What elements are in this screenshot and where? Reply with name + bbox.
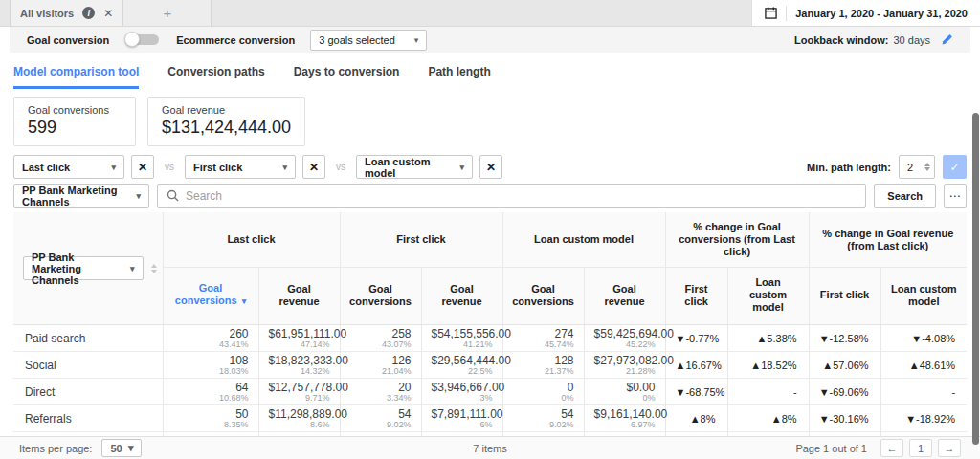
apply-button[interactable]: ✓: [943, 155, 967, 179]
change-cell: ▼-30.16%: [809, 405, 880, 432]
more-options-button[interactable]: ⋯: [944, 184, 967, 208]
chevron-down-icon: ▾: [136, 191, 141, 201]
tab-conversion-paths[interactable]: Conversion paths: [167, 65, 264, 89]
model-select-3[interactable]: Loan custom model ▾: [356, 155, 473, 179]
search-box[interactable]: [157, 184, 866, 208]
metric-cell: $0.000%: [584, 379, 665, 405]
chevron-down-icon: ▾: [130, 264, 135, 273]
toggle-knob: [124, 32, 140, 47]
page-size-dropdown[interactable]: 50 ▾: [101, 439, 142, 457]
close-icon[interactable]: ✕: [103, 7, 113, 20]
vs-label: vs: [165, 162, 174, 172]
column-header[interactable]: Goal revenue: [258, 268, 340, 325]
min-path-length-label: Min. path length:: [807, 162, 891, 173]
search-input[interactable]: [186, 189, 857, 203]
metric-cell: $27,973,082.0021.28%: [584, 352, 665, 379]
table-dimension-dropdown[interactable]: PP Bank Marketing Channels ▾: [23, 256, 144, 280]
channel-name: Paid search: [13, 325, 163, 352]
column-header[interactable]: First click: [809, 268, 880, 325]
metric-cell: 00%: [502, 379, 584, 405]
metric-cell: $7,891,111.006%: [421, 405, 502, 432]
change-cell: ▲18.52%: [727, 352, 809, 379]
table-footer: Items per page: 50 ▾ 7 items Page 1 out …: [0, 436, 980, 459]
min-path-length-stepper[interactable]: [899, 155, 935, 179]
tab-model-comparison-tool[interactable]: Model comparison tool: [13, 65, 139, 89]
search-button[interactable]: Search: [874, 184, 936, 208]
column-group-header: First click: [340, 212, 502, 268]
current-page-number: 1: [918, 443, 924, 454]
chevron-down-icon: ▾: [282, 163, 287, 172]
page-size-value: 50: [110, 443, 122, 454]
model-comparison-table: PP Bank Marketing Channels ▾ Last clickF…: [13, 212, 967, 459]
goal-revenue-card: Goal revenue $131,424,444.00: [147, 97, 305, 146]
tab-days-to-conversion[interactable]: Days to conversion: [294, 65, 400, 89]
sort-icon[interactable]: [151, 264, 157, 273]
metric-cell: 549.02%: [502, 405, 584, 432]
column-header[interactable]: Goal conversions: [340, 268, 421, 325]
min-path-length-input[interactable]: [907, 162, 921, 173]
info-icon[interactable]: i: [82, 7, 95, 19]
tab-path-length[interactable]: Path length: [428, 65, 490, 89]
card-value: 599: [28, 118, 122, 138]
edit-pencil-icon[interactable]: [941, 33, 953, 46]
table-row: Social10818.03%$18,823,333.0014.32%12621…: [13, 352, 967, 379]
items-count: 7 items: [473, 443, 506, 454]
goals-selected-value: 3 goals selected: [319, 34, 395, 46]
table-row: Referrals508.35%$11,298,889.008.6%549.02…: [13, 405, 967, 432]
change-cell: ▲5.38%: [727, 325, 809, 352]
metric-cell: 27445.74%: [502, 325, 584, 352]
vertical-scrollbar[interactable]: [972, 113, 979, 445]
metric-cell: 508.35%: [163, 405, 258, 432]
model-select-2[interactable]: First click ▾: [185, 155, 296, 179]
browser-tab-strip: All visitors i ✕ + January 1, 2020 - Jan…: [0, 0, 980, 27]
filter-row: PP Bank Marketing Channels ▾ Search ⋯: [13, 184, 967, 208]
metric-cell: 25843.07%: [340, 325, 421, 352]
arrow-left-icon: ←: [887, 443, 898, 454]
column-header[interactable]: Loan custom model: [880, 268, 967, 325]
goals-selected-dropdown[interactable]: 3 goals selected ▾: [310, 30, 427, 51]
change-cell: ▲16.67%: [665, 352, 727, 379]
ecommerce-conversion-label: Ecommerce conversion: [176, 34, 295, 46]
column-header[interactable]: Loan custom model: [727, 268, 809, 325]
column-header[interactable]: First click: [665, 268, 727, 325]
model-select-1-value: Last click: [22, 162, 70, 173]
column-header[interactable]: Goal conversions▾: [163, 268, 258, 325]
segment-tab-label: All visitors: [20, 8, 74, 19]
segment-tab[interactable]: All visitors i ✕: [10, 0, 123, 26]
model-select-1[interactable]: Last click ▾: [13, 155, 124, 179]
date-range-picker[interactable]: January 1, 2020 - January 31, 2020: [751, 0, 980, 26]
dimension-dropdown[interactable]: PP Bank Marketing Channels ▾: [13, 184, 149, 208]
previous-page-button[interactable]: ←: [880, 439, 903, 457]
metric-cell: $29,564,444.0022.5%: [421, 352, 502, 379]
divider: [786, 6, 787, 21]
conversion-type-toggle[interactable]: [126, 34, 159, 45]
column-header[interactable]: Goal revenue: [421, 268, 502, 325]
vs-label: vs: [336, 162, 345, 172]
check-icon: ✓: [949, 161, 959, 174]
chevron-down-icon: ▾: [459, 163, 464, 172]
remove-model-3-button[interactable]: ✕: [479, 155, 502, 179]
model-selector-row: Last click ▾ ✕ vs First click ▾ ✕ vs Loa…: [13, 155, 967, 179]
column-header[interactable]: Goal revenue: [584, 268, 665, 325]
arrow-right-icon: →: [945, 443, 955, 454]
column-group-header: % change in Goal conversions (from Last …: [665, 212, 809, 268]
calendar-icon: [765, 7, 777, 19]
metric-cell: $59,425,694.0045.22%: [584, 325, 665, 352]
table-row: Paid search26043.41%$61,951,111.0047.14%…: [13, 325, 967, 352]
column-header[interactable]: Goal conversions: [502, 268, 584, 325]
stepper-arrows-icon[interactable]: [924, 163, 930, 171]
page-info: Page 1 out of 1: [795, 443, 867, 454]
next-page-button[interactable]: →: [938, 439, 961, 457]
metric-cell: $11,298,889.008.6%: [258, 405, 340, 432]
lookback-value: 30 days: [893, 34, 930, 46]
change-cell: ▼-4.08%: [880, 325, 967, 352]
remove-model-2-button[interactable]: ✕: [302, 155, 325, 179]
metric-cell: $54,155,556.0041.21%: [421, 325, 502, 352]
add-segment-tab[interactable]: +: [123, 0, 212, 26]
dimension-dropdown-value: PP Bank Marketing Channels: [22, 185, 130, 208]
chevron-down-icon: ▾: [128, 442, 134, 454]
current-page-button[interactable]: 1: [909, 439, 932, 457]
remove-model-1-button[interactable]: ✕: [131, 155, 154, 179]
items-per-page-label: Items per page:: [19, 443, 92, 454]
metric-cell: 6410.68%: [163, 379, 258, 405]
